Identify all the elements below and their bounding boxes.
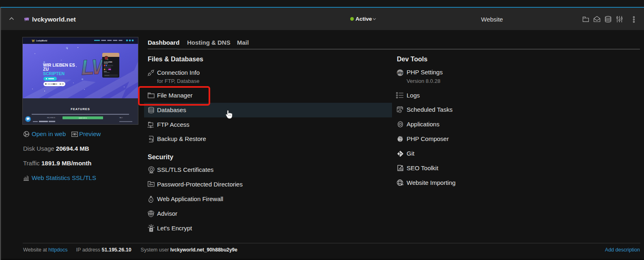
svg-text:LvckyWorld: LvckyWorld [36, 40, 47, 42]
svg-text:mxrtez#1000: mxrtez#1000 [104, 61, 112, 63]
svg-text:FEATURES: FEATURES [71, 107, 90, 111]
svg-text:MEHR INFOS: MEHR INFOS [79, 117, 87, 119]
svg-text:SCRIPTEN: SCRIPTEN [43, 71, 65, 76]
svg-text:php: php [397, 71, 403, 75]
svg-text:VALO: VALO [119, 117, 123, 119]
svg-text:HELLFIREOS: HELLFIREOS [47, 117, 55, 119]
